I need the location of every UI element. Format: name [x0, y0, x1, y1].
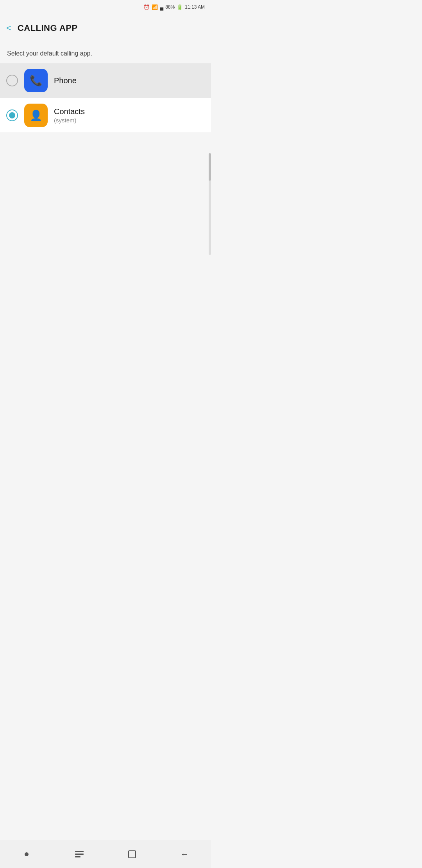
contacts-app-icon: 👤 [24, 104, 48, 127]
phone-app-info: Phone [54, 76, 77, 85]
contacts-icon: 👤 [30, 109, 42, 122]
signal-icon: ▄ [160, 4, 163, 10]
status-bar: ⏰ 📶 ▄ 88% 🔋 11:13 AM [0, 0, 211, 14]
battery-icon: 🔋 [177, 4, 183, 10]
header: < CALLING APP [0, 14, 211, 42]
contacts-app-name: Contacts [54, 107, 85, 116]
page-title: CALLING APP [18, 23, 78, 33]
subtitle-text: Select your default calling app. [0, 42, 211, 63]
app-list: 📞 Phone 👤 Contacts (system) [0, 63, 211, 133]
contacts-radio-inner [9, 112, 15, 118]
battery-text: 88% [165, 4, 175, 10]
content-filler [0, 133, 211, 407]
phone-app-icon: 📞 [24, 69, 48, 92]
contacts-radio[interactable] [6, 109, 18, 121]
status-icons: ⏰ 📶 ▄ 88% 🔋 11:13 AM [143, 4, 205, 10]
clock-text: 11:13 AM [185, 4, 205, 10]
contacts-app-sub: (system) [54, 117, 85, 124]
back-button[interactable]: < [6, 23, 11, 33]
phone-app-item[interactable]: 📞 Phone [0, 63, 211, 98]
scrollbar-thumb[interactable] [209, 153, 211, 181]
page: ⏰ 📶 ▄ 88% 🔋 11:13 AM < CALLING APP Selec… [0, 0, 211, 435]
wifi-icon: 📶 [152, 4, 158, 10]
contacts-app-item[interactable]: 👤 Contacts (system) [0, 98, 211, 133]
alarm-icon: ⏰ [143, 4, 150, 10]
scrollbar-track[interactable] [209, 153, 211, 255]
phone-radio[interactable] [6, 75, 18, 86]
contacts-app-info: Contacts (system) [54, 107, 85, 124]
phone-app-name: Phone [54, 76, 77, 85]
phone-icon: 📞 [30, 75, 42, 87]
